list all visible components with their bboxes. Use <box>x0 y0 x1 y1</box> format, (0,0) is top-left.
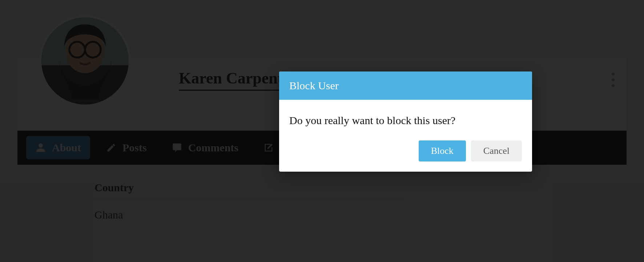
block-user-modal: Block User Do you really want to block t… <box>279 71 532 172</box>
modal-actions: Block Cancel <box>279 130 532 172</box>
block-confirm-button[interactable]: Block <box>419 140 466 161</box>
modal-title: Block User <box>279 71 532 100</box>
cancel-button[interactable]: Cancel <box>471 140 522 161</box>
modal-message: Do you really want to block this user? <box>279 100 532 130</box>
